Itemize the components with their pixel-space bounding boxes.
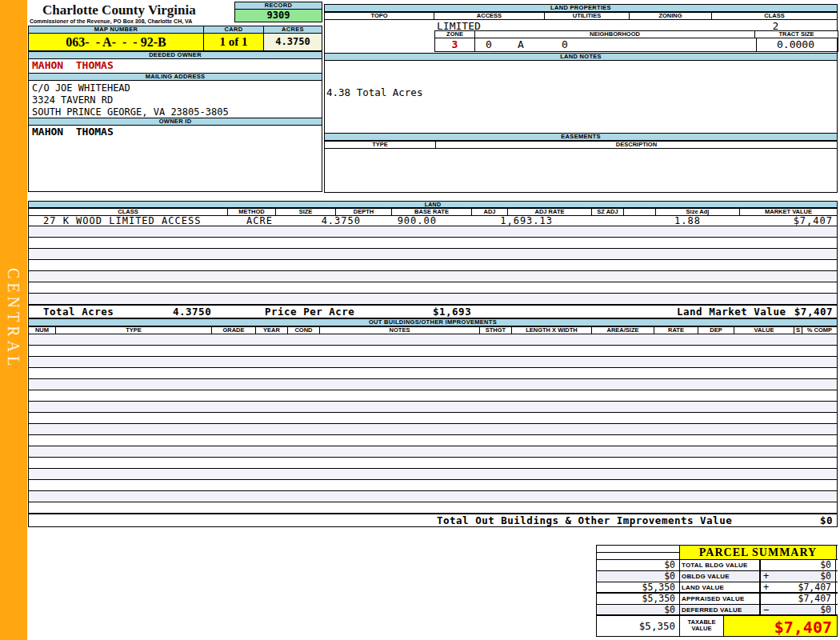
neighborhood-label: NEIGHBORHOOD bbox=[475, 30, 755, 38]
ob-col-type: TYPE bbox=[56, 326, 212, 334]
district-label: CENTRAL bbox=[4, 268, 22, 370]
zone-extra-value: A bbox=[518, 38, 524, 51]
mailing-address-label: MAILING ADDRESS bbox=[28, 73, 322, 81]
ob-col-s: S bbox=[794, 326, 802, 334]
summary-row-land: $5,350 LAND VALUE +$7,407 bbox=[596, 582, 838, 594]
row-value: $7,407 bbox=[798, 593, 831, 604]
col-class: CLASS bbox=[712, 12, 838, 20]
zone-table: ZONE NEIGHBORHOOD TRACT SIZE 3 0 A 0 0.0… bbox=[434, 30, 838, 52]
row-value-cell: $0 bbox=[759, 560, 836, 570]
row-value-cell: +$0 bbox=[759, 571, 836, 582]
easements-title: EASEMENTS bbox=[324, 133, 838, 141]
land-market-value: $7,407 bbox=[733, 306, 833, 318]
ob-col-pct-comp: % COMP bbox=[802, 326, 838, 334]
row-label: OBLDG VALUE bbox=[680, 571, 759, 582]
land-note: 4.38 Total Acres bbox=[326, 86, 422, 98]
zone-extra-value: 0 bbox=[562, 38, 568, 51]
ob-col-length-width: LENGTH X WIDTH bbox=[512, 326, 592, 334]
taxable-prior-value: $5,350 bbox=[596, 616, 680, 636]
row-label: LAND VALUE bbox=[680, 582, 759, 592]
ob-col-value: VALUE bbox=[734, 326, 794, 334]
row-value-cell: −$0 bbox=[759, 605, 836, 614]
land-col-sz-adj-tbl: SZ ADJ TBL bbox=[592, 208, 624, 216]
ob-col-rate: RATE bbox=[654, 326, 698, 334]
land-row-class: 27 K WOOD LIMITED ACCESS bbox=[43, 216, 201, 226]
price-per-acre-label: Price Per Acre bbox=[265, 306, 354, 318]
summary-row-appraised: $5,350 APPRAISED VALUE $7,407 bbox=[596, 594, 838, 605]
land-row: 27 K WOOD LIMITED ACCESS ACRE 4.3750 900… bbox=[28, 216, 838, 226]
mailing-address: C/O JOE WHITEHEAD 3324 TAVERN RD SOUTH P… bbox=[28, 81, 322, 118]
row-value: $0 bbox=[820, 559, 831, 570]
easements-box bbox=[324, 149, 838, 193]
col-utilities: UTILITIES bbox=[545, 12, 630, 20]
land-row-base-rate: 900.00 bbox=[365, 216, 437, 226]
ob-col-cond: COND bbox=[288, 326, 320, 334]
land-properties-values: LIMITED 2 ZONE NEIGHBORHOOD TRACT SIZE 3… bbox=[324, 20, 838, 53]
col-topo: TOPO bbox=[324, 12, 434, 20]
id-value-row: 063- - A- - - 92-B 1 of 1 4.3750 bbox=[28, 34, 322, 51]
prior-value: $0 bbox=[596, 605, 680, 614]
ob-col-num: NUM bbox=[28, 326, 56, 334]
zone-extra-value: 0 bbox=[486, 38, 492, 51]
out-buildings-empty-rows bbox=[28, 334, 838, 514]
prior-value: $0 bbox=[596, 571, 680, 582]
out-buildings-table: OUT BUILDINGS/OTHER IMPROVEMENTS NUM TYP… bbox=[28, 318, 838, 527]
summary-row-total-bldg: $0 TOTAL BLDG VALUE $0 bbox=[596, 560, 838, 571]
land-row-method: ACRE bbox=[246, 216, 273, 226]
zone-headers: ZONE NEIGHBORHOOD TRACT SIZE bbox=[434, 30, 838, 38]
commissioner-line: Commissioner of the Revenue, PO Box 308,… bbox=[30, 18, 192, 24]
prior-value: $0 bbox=[596, 560, 680, 570]
deeded-owner-label: DEEDED OWNER bbox=[28, 51, 322, 59]
row-label: TOTAL BLDG VALUE bbox=[680, 560, 759, 570]
land-row-size-adj: 1.88 bbox=[629, 216, 701, 226]
zone-values: 3 0 A 0 0.0000 bbox=[434, 38, 838, 52]
out-buildings-title: OUT BUILDINGS/OTHER IMPROVEMENTS bbox=[28, 318, 838, 326]
land-table: LAND CLASS METHOD SIZE DEPTH BASE RATE A… bbox=[28, 201, 838, 318]
row-value: $0 bbox=[820, 604, 831, 615]
land-properties-title: LAND PROPERTIES bbox=[324, 4, 838, 12]
land-col-blank bbox=[624, 208, 656, 216]
ob-col-sthgt: STHGT bbox=[480, 326, 512, 334]
prior-value: $5,350 bbox=[596, 582, 680, 592]
parcel-summary-prior-header bbox=[596, 546, 680, 559]
land-totals-row: Total Acres 4.3750 Price Per Acre $1,693… bbox=[28, 305, 838, 318]
row-label: APPRAISED VALUE bbox=[680, 594, 759, 604]
row-operator: − bbox=[763, 605, 769, 615]
out-buildings-total-row: Total Out Buildings & Other Improvements… bbox=[28, 514, 838, 527]
ob-col-grade: GRADE bbox=[212, 326, 256, 334]
ob-col-area-size: AREA/SIZE bbox=[592, 326, 654, 334]
land-notes-box: 4.38 Total Acres bbox=[324, 61, 838, 133]
out-buildings-headers: NUM TYPE GRADE YEAR COND NOTES STHGT LEN… bbox=[28, 326, 838, 334]
parcel-summary: PARCEL SUMMARY $0 TOTAL BLDG VALUE $0 $0… bbox=[596, 545, 838, 637]
land-title: LAND bbox=[28, 201, 838, 208]
price-per-acre-value: $1,693 bbox=[433, 306, 471, 318]
acres-label: ACRES bbox=[264, 26, 322, 34]
parcel-summary-title: PARCEL SUMMARY bbox=[680, 546, 837, 560]
taxable-label-line: VALUE bbox=[680, 626, 723, 632]
row-value: $0 bbox=[820, 570, 831, 582]
summary-row-obldg: $0 OBLDG VALUE +$0 bbox=[596, 571, 838, 582]
total-acres-value: 4.3750 bbox=[173, 306, 211, 318]
tract-size-label: TRACT SIZE bbox=[755, 30, 838, 38]
county-header: Charlotte County Virginia Commissioner o… bbox=[28, 2, 322, 26]
land-empty-rows bbox=[28, 226, 838, 305]
ob-col-dep: DEP bbox=[698, 326, 734, 334]
land-properties-headers: TOPO ACCESS UTILITIES ZONING CLASS bbox=[324, 12, 838, 20]
total-acres-label: Total Acres bbox=[43, 306, 114, 318]
record-value: 9309 bbox=[234, 10, 322, 22]
acres-value: 4.3750 bbox=[264, 34, 322, 51]
summary-row-taxable: $5,350 TAXABLE VALUE $7,407 bbox=[596, 616, 838, 637]
land-row-market-value: $7,407 bbox=[733, 216, 833, 226]
zone-label: ZONE bbox=[434, 30, 475, 38]
parcel-summary-header: PARCEL SUMMARY bbox=[596, 546, 838, 560]
land-notes-title: LAND NOTES bbox=[324, 53, 838, 61]
owner-id-value: MAHON THOMAS bbox=[28, 126, 322, 138]
prior-value: $5,350 bbox=[596, 594, 680, 604]
summary-row-deferred: $0 DEFERRED VALUE −$0 bbox=[596, 605, 838, 616]
map-number-value: 063- - A- - - 92-B bbox=[28, 34, 204, 51]
district-band: CENTRAL bbox=[0, 0, 27, 640]
record-box: RECORD 9309 bbox=[234, 2, 322, 22]
address-line: C/O JOE WHITEHEAD bbox=[32, 82, 322, 94]
owner-block-spacer bbox=[28, 138, 322, 192]
ob-total-value: $0 bbox=[733, 514, 833, 527]
